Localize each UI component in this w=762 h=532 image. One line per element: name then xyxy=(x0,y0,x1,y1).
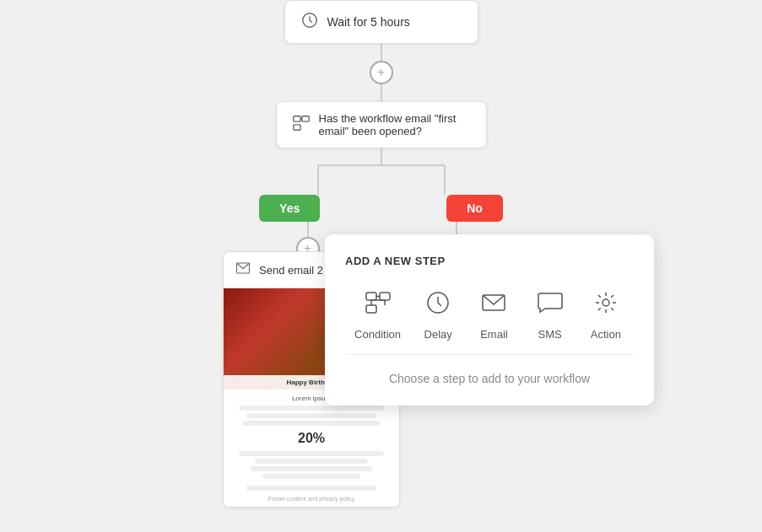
no-button[interactable]: No xyxy=(446,195,503,222)
modal-item-condition[interactable]: Condition xyxy=(354,284,401,341)
users-icon xyxy=(292,114,311,136)
wait-node-label: Wait for 5 hours xyxy=(327,15,410,29)
modal-item-action-label: Action xyxy=(591,328,621,341)
yes-button[interactable]: Yes xyxy=(259,195,320,222)
modal-item-delay[interactable]: Delay xyxy=(419,284,457,341)
email-body-preview: Lorem ipsum 20% Footer content and priva… xyxy=(224,390,399,507)
email-preview-title: Send email 2 xyxy=(259,264,323,277)
svg-rect-2 xyxy=(301,116,308,121)
modal-item-sms-label: SMS xyxy=(538,328,562,341)
add-after-wait-button[interactable]: + xyxy=(370,61,393,84)
email-footer: Footer content and privacy policy xyxy=(230,496,392,502)
clock-icon xyxy=(300,11,319,33)
modal-icons: Condition Delay xyxy=(345,284,634,355)
modal-item-email[interactable]: Email xyxy=(475,284,512,341)
wait-node: Wait for 5 hours xyxy=(284,0,478,44)
email-icon xyxy=(235,261,251,279)
svg-rect-12 xyxy=(380,293,390,300)
svg-rect-11 xyxy=(366,293,376,300)
modal-item-sms[interactable]: SMS xyxy=(532,284,569,341)
modal-item-delay-label: Delay xyxy=(424,328,452,341)
modal-item-condition-label: Condition xyxy=(354,328,401,341)
modal-item-action[interactable]: Action xyxy=(587,284,624,341)
svg-rect-13 xyxy=(366,305,376,313)
condition-question-node: Has the workflow email "first email" bee… xyxy=(276,101,487,148)
svg-rect-1 xyxy=(293,116,300,121)
modal-title: ADD A NEW STEP xyxy=(345,255,634,267)
delay-icon xyxy=(419,284,457,321)
email-percentage: 20% xyxy=(230,431,392,446)
svg-rect-3 xyxy=(293,125,300,130)
condition-icon xyxy=(359,284,397,321)
modal-hint: Choose a step to add to your workflow xyxy=(345,368,634,385)
condition-question-label: Has the workflow email "first email" bee… xyxy=(319,112,471,137)
action-icon xyxy=(587,284,624,321)
email-icon-modal xyxy=(475,284,512,321)
sms-icon xyxy=(532,284,569,321)
svg-point-20 xyxy=(603,299,609,306)
modal-item-email-label: Email xyxy=(480,328,508,341)
add-step-modal: ADD A NEW STEP Condition xyxy=(325,234,654,406)
